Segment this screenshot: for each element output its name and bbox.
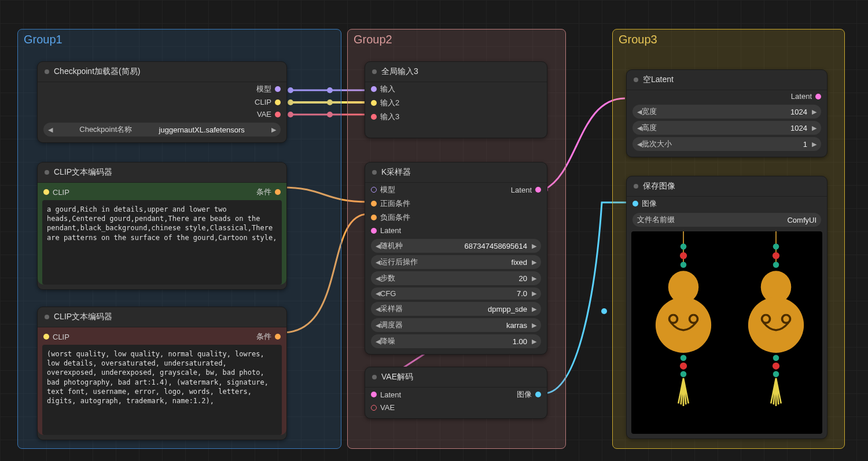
collapse-icon[interactable] bbox=[45, 69, 49, 74]
input-label: VAE bbox=[380, 403, 395, 412]
chevron-left-icon[interactable]: ◀ bbox=[376, 305, 380, 313]
collapse-icon[interactable] bbox=[372, 375, 377, 379]
input-port-image[interactable] bbox=[632, 201, 638, 206]
widget-value: karras bbox=[506, 321, 527, 330]
node-ksampler[interactable]: K采样器 模型 Latent 正面条件 负面条件 Latent ◀随机种6873… bbox=[365, 162, 547, 355]
node-vae-decode[interactable]: VAE解码 Latent 图像 VAE bbox=[365, 367, 547, 419]
latent-widget[interactable]: ◀高度1024▶ bbox=[632, 121, 821, 135]
input-port-latent[interactable] bbox=[371, 228, 377, 234]
output-port-latent[interactable] bbox=[815, 94, 821, 99]
output-image-preview[interactable] bbox=[631, 231, 822, 434]
chevron-left-icon[interactable]: ◀ bbox=[376, 275, 380, 282]
input-label: CLIP bbox=[53, 333, 69, 341]
chevron-right-icon[interactable]: ▶ bbox=[532, 259, 536, 266]
input-port-positive[interactable] bbox=[371, 201, 377, 206]
latent-widget[interactable]: ◀批次大小1▶ bbox=[632, 137, 821, 151]
node-header[interactable]: 空Latent bbox=[627, 70, 827, 90]
prompt-text-input[interactable]: a gourd,Rich in details,upper and lower … bbox=[42, 200, 282, 285]
chevron-left-icon[interactable]: ◀ bbox=[376, 322, 380, 329]
collapse-icon[interactable] bbox=[45, 170, 49, 175]
chevron-right-icon[interactable]: ▶ bbox=[532, 290, 536, 297]
node-canvas[interactable]: Group1 Group2 Group3 Checkpoint加载器(简易) 模… bbox=[0, 0, 868, 461]
output-port-image[interactable] bbox=[535, 392, 541, 397]
chevron-right-icon[interactable]: ▶ bbox=[812, 108, 816, 116]
chevron-left-icon[interactable]: ◀ bbox=[376, 290, 380, 297]
output-label: 条件 bbox=[256, 187, 271, 197]
chevron-left-icon[interactable]: ◀ bbox=[376, 338, 380, 345]
chevron-left-icon[interactable]: ◀ bbox=[637, 141, 642, 148]
node-header[interactable]: K采样器 bbox=[365, 163, 547, 183]
node-header[interactable]: CLIP文本编码器 bbox=[38, 307, 286, 327]
input-port[interactable] bbox=[371, 86, 377, 92]
ksampler-widget[interactable]: ◀运行后操作fixed▶ bbox=[371, 255, 541, 269]
chevron-right-icon[interactable]: ▶ bbox=[532, 305, 536, 313]
node-empty-latent[interactable]: 空Latent Latent ◀宽度1024▶◀高度1024▶◀批次大小1▶ bbox=[626, 69, 827, 157]
input-port-latent[interactable] bbox=[371, 392, 377, 397]
chevron-left-icon[interactable]: ◀ bbox=[637, 108, 642, 116]
chevron-right-icon[interactable]: ▶ bbox=[532, 242, 536, 250]
chevron-right-icon[interactable]: ▶ bbox=[812, 141, 816, 148]
output-port-vae[interactable] bbox=[275, 112, 281, 117]
chevron-left-icon[interactable]: ◀ bbox=[637, 124, 642, 132]
node-header[interactable]: CLIP文本编码器 bbox=[38, 163, 286, 183]
collapse-icon[interactable] bbox=[45, 315, 49, 319]
collapse-icon[interactable] bbox=[634, 78, 638, 82]
ksampler-widget[interactable]: ◀降噪1.00▶ bbox=[371, 334, 541, 348]
widget-label: Checkpoint名称 bbox=[79, 124, 132, 135]
chevron-left-icon[interactable]: ◀ bbox=[376, 259, 380, 266]
collapse-icon[interactable] bbox=[372, 69, 377, 74]
input-port[interactable] bbox=[371, 114, 377, 120]
input-port[interactable] bbox=[371, 100, 377, 106]
node-title: CLIP文本编码器 bbox=[54, 312, 112, 322]
svg-point-22 bbox=[680, 363, 687, 370]
input-port-negative[interactable] bbox=[371, 215, 377, 220]
collapse-icon[interactable] bbox=[372, 170, 377, 175]
node-title: CLIP文本编码器 bbox=[54, 167, 112, 178]
output-port-conditioning[interactable] bbox=[275, 334, 281, 340]
prompt-text-input[interactable]: (worst quality, low quality, normal qual… bbox=[42, 345, 282, 435]
node-clip-text-encode-negative[interactable]: CLIP文本编码器 CLIP 条件 (worst quality, low qu… bbox=[37, 307, 287, 440]
svg-point-29 bbox=[748, 297, 804, 353]
collapse-icon[interactable] bbox=[634, 184, 638, 189]
output-label: Latent bbox=[511, 186, 532, 194]
input-port-clip[interactable] bbox=[43, 189, 49, 195]
node-title: Checkpoint加载器(简易) bbox=[54, 67, 140, 77]
widget-label: 宽度 bbox=[642, 106, 657, 117]
filename-prefix-input[interactable]: 文件名前缀 ComfyUI bbox=[632, 213, 821, 227]
node-checkpoint-loader[interactable]: Checkpoint加载器(简易) 模型 CLIP VAE ◀ Checkpoi… bbox=[37, 61, 287, 143]
node-title: VAE解码 bbox=[381, 372, 413, 382]
input-port-model[interactable] bbox=[371, 187, 377, 193]
ksampler-widget[interactable]: ◀CFG7.0▶ bbox=[371, 287, 541, 300]
chevron-right-icon[interactable]: ▶ bbox=[812, 124, 816, 132]
widget-value: 1024 bbox=[790, 124, 807, 132]
checkpoint-select[interactable]: ◀ Checkpoint名称 juggernautXL.safetensors … bbox=[43, 123, 281, 137]
chevron-left-icon[interactable]: ◀ bbox=[48, 126, 53, 134]
chevron-right-icon[interactable]: ▶ bbox=[532, 322, 536, 329]
output-port-clip[interactable] bbox=[275, 99, 281, 105]
output-port-model[interactable] bbox=[275, 86, 281, 92]
latent-widget[interactable]: ◀宽度1024▶ bbox=[632, 105, 821, 119]
input-port-vae[interactable] bbox=[371, 405, 377, 411]
widget-value: 1024 bbox=[790, 108, 807, 116]
ksampler-widget[interactable]: ◀随机种687347458695614▶ bbox=[371, 239, 541, 253]
input-port-clip[interactable] bbox=[43, 334, 49, 340]
node-header[interactable]: 全局输入3 bbox=[365, 62, 547, 82]
node-header[interactable]: VAE解码 bbox=[365, 367, 547, 388]
widget-label: 文件名前缀 bbox=[637, 215, 675, 225]
ksampler-widget[interactable]: ◀调度器karras▶ bbox=[371, 318, 541, 332]
input-label: Latent bbox=[380, 226, 401, 235]
node-clip-text-encode-positive[interactable]: CLIP文本编码器 CLIP 条件 a gourd,Rich in detail… bbox=[37, 162, 287, 290]
chevron-right-icon[interactable]: ▶ bbox=[532, 275, 536, 282]
node-header[interactable]: Checkpoint加载器(简易) bbox=[38, 62, 286, 82]
chevron-right-icon[interactable]: ▶ bbox=[271, 126, 276, 134]
node-save-image[interactable]: 保存图像 图像 文件名前缀 ComfyUI bbox=[626, 176, 827, 439]
chevron-left-icon[interactable]: ◀ bbox=[376, 242, 380, 250]
ksampler-widget[interactable]: ◀采样器dpmpp_sde▶ bbox=[371, 302, 541, 316]
ksampler-widget[interactable]: ◀步数20▶ bbox=[371, 271, 541, 285]
chevron-right-icon[interactable]: ▶ bbox=[532, 338, 536, 345]
node-header[interactable]: 保存图像 bbox=[627, 176, 827, 197]
node-global-inputs[interactable]: 全局输入3 输入 输入2 输入3 bbox=[365, 61, 547, 138]
output-port-conditioning[interactable] bbox=[275, 189, 281, 195]
svg-point-18 bbox=[681, 262, 687, 268]
output-port-latent[interactable] bbox=[535, 187, 541, 193]
